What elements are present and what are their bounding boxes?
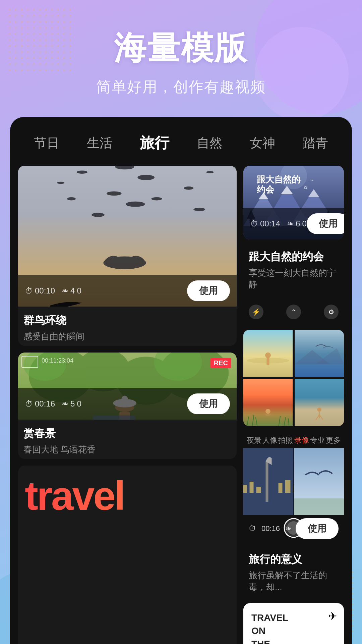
birds-duration: ⏱ 00:10 (25, 286, 55, 296)
spring-thumbnail: 00:11:23:04 REC ⏱ 00:16 ❧ (18, 353, 237, 420)
video-btn[interactable]: 录像 (294, 435, 309, 445)
svg-point-67 (317, 408, 321, 412)
collage-lamp (243, 448, 293, 515)
portrait-btn[interactable]: 人像 (262, 435, 277, 445)
nature-card-info: 跟大自然的约会 享受这一刻大自然的宁静 (243, 246, 344, 294)
svg-point-14 (193, 208, 205, 211)
travel-meaning-title: 旅行的意义 (249, 552, 339, 567)
nature-card-desc: 享受这一刻大自然的宁静 (249, 267, 339, 290)
travel-collage (243, 448, 344, 515)
spring-video-footer: ⏱ 00:16 ❧ 5 0 使用 (18, 388, 237, 420)
birds-layers: ❧ 4 0 (62, 286, 81, 296)
svg-point-4 (137, 175, 155, 180)
spring-duration: ⏱ 00:16 (25, 399, 55, 409)
thumb-beach-walk (295, 379, 344, 426)
birds-video-footer: ⏱ 00:10 ❧ 4 0 使用 (18, 275, 237, 307)
spring-use-button[interactable]: 使用 (187, 393, 230, 414)
svg-rect-77 (285, 480, 291, 493)
travel-word-text: travel (18, 466, 237, 526)
travel-use-button[interactable]: 使用 (296, 518, 339, 539)
header-section: 海量模版 简单好用，创作有趣视频 (0, 0, 362, 117)
spring-layers: ❧ 5 0 (62, 399, 81, 409)
nature-meet-card: 跟大自然的 约会 ✦ ✿ ❧ ⏱ 00:14 (243, 166, 344, 239)
svg-point-13 (67, 197, 75, 201)
svg-rect-74 (250, 482, 254, 493)
svg-text:✦: ✦ (297, 177, 302, 184)
birds-use-button[interactable]: 使用 (187, 280, 230, 301)
svg-rect-53 (266, 358, 269, 365)
birds-card-info: 群鸟环绕 感受自由的瞬间 (18, 307, 237, 346)
travel-footer-area: ⏱ 00:16 ❧ 7 0 使用 (243, 515, 344, 542)
travel-text-card: travel (18, 466, 237, 644)
svg-text:✿: ✿ (304, 185, 308, 190)
svg-point-11 (152, 197, 162, 201)
nature-meta: ⏱ 00:14 ❧ 6 0 (250, 219, 307, 228)
travel-meaning-desc: 旅行虽解不了生活的毒，却... (249, 570, 339, 593)
svg-point-16 (206, 171, 214, 173)
svg-point-12 (184, 186, 194, 190)
tab-nature[interactable]: 自然 (191, 132, 228, 154)
pro-btn[interactable]: 专业 (310, 435, 325, 445)
spring-card-desc: 春回大地 鸟语花香 (23, 444, 231, 455)
svg-rect-78 (293, 485, 294, 493)
collage-sky (294, 448, 344, 515)
left-column: ⏱ 00:10 ❧ 4 0 使用 (18, 166, 237, 644)
nature-use-button[interactable]: 使用 (307, 213, 344, 234)
photo-btn[interactable]: 拍照 (278, 435, 293, 445)
svg-point-52 (265, 353, 271, 358)
birds-card-desc: 感受自由的瞬间 (23, 331, 231, 342)
svg-point-10 (92, 213, 104, 217)
rec-badge: REC (210, 358, 231, 368)
nature-card-title: 跟大自然的约会 (249, 250, 339, 264)
more-btn[interactable]: 更多 (326, 435, 341, 445)
plane-icon: ✈ (328, 610, 337, 623)
thumbnail-grid (243, 330, 344, 426)
right-column: 跟大自然的 约会 ✦ ✿ ❧ ⏱ 00:14 (243, 166, 344, 644)
svg-rect-65 (295, 379, 344, 426)
spring-meta: ⏱ 00:16 ❧ 5 0 (25, 399, 81, 409)
tab-life[interactable]: 生活 (81, 132, 118, 154)
chevron-icon: ⌃ (286, 305, 301, 319)
tab-holiday[interactable]: 节日 (28, 132, 65, 154)
svg-rect-73 (243, 485, 247, 493)
svg-rect-75 (256, 487, 261, 493)
settings-icon: ⚙ (324, 305, 339, 319)
svg-rect-72 (266, 462, 268, 502)
spring-card-info: 赏春景 春回大地 鸟语花香 (18, 420, 237, 459)
travel-meaning-info: 旅行的意义 旅行虽解不了生活的毒，却... (243, 549, 344, 596)
svg-point-64 (265, 409, 270, 414)
svg-text:❧: ❧ (310, 178, 314, 183)
nature-meet-footer: ⏱ 00:14 ❧ 6 0 使用 (243, 208, 344, 239)
thumb-ocean (295, 330, 344, 377)
thumb-beach (243, 330, 293, 377)
main-card: 节日 生活 旅行 自然 女神 踏青 (10, 117, 352, 644)
svg-rect-80 (294, 498, 344, 515)
svg-point-8 (107, 191, 122, 196)
category-tabs: 节日 生活 旅行 自然 女神 踏青 (10, 117, 352, 166)
tab-goddess[interactable]: 女神 (244, 132, 281, 154)
collage-top (243, 448, 344, 515)
tab-hiking[interactable]: 踏青 (297, 132, 334, 154)
svg-text:跟大自然的: 跟大自然的 (257, 174, 300, 184)
svg-text:约会: 约会 (256, 184, 275, 195)
svg-point-15 (57, 182, 64, 184)
tab-travel[interactable]: 旅行 (134, 130, 175, 156)
sub-title: 简单好用，创作有趣视频 (13, 77, 349, 97)
lightning-icon: ⚡ (249, 305, 263, 319)
night-mode-btn[interactable]: 夜景 (247, 435, 261, 445)
white-travel-card: ✈ TRAVEL ON THE GO 一场 前 (243, 603, 344, 644)
svg-point-6 (77, 170, 87, 174)
birds-card: ⏱ 00:10 ❧ 4 0 使用 (18, 166, 237, 346)
thumb-sunset (243, 379, 293, 426)
birds-card-title: 群鸟环绕 (23, 313, 231, 328)
spring-card: 00:11:23:04 REC ⏱ 00:16 ❧ (18, 353, 237, 459)
birds-thumbnail: ⏱ 00:10 ❧ 4 0 使用 (18, 166, 237, 307)
camera-frame (21, 356, 38, 368)
page-wrapper: 海量模版 简单好用，创作有趣视频 节日 生活 旅行 自然 女神 踏青 (0, 0, 362, 644)
icon-row: ⚡ ⌃ ⚙ (243, 301, 344, 323)
spring-card-title: 赏春景 (23, 426, 231, 441)
svg-rect-76 (279, 483, 283, 493)
content-area: ⏱ 00:10 ❧ 4 0 使用 (10, 166, 352, 644)
svg-point-9 (126, 202, 145, 207)
time-stamp: 00:11:23:04 (42, 357, 73, 364)
